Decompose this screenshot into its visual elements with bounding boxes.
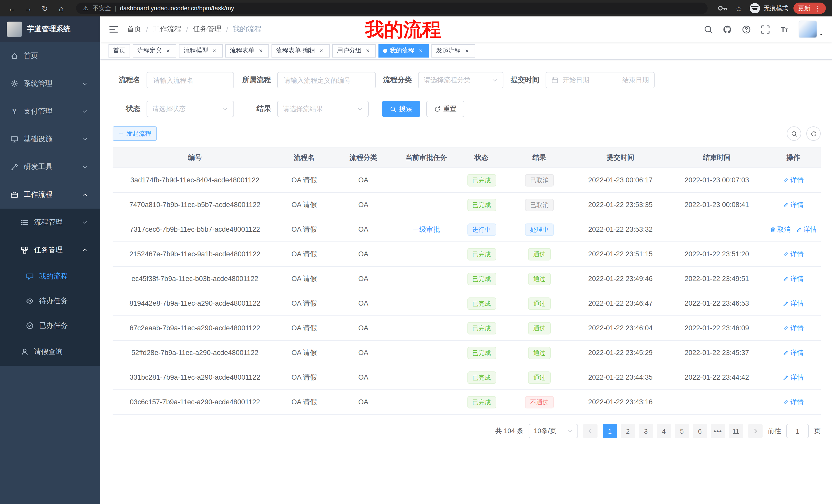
close-icon[interactable]: × — [364, 47, 371, 54]
sidebar-item-9[interactable]: 待办任务 — [0, 289, 100, 313]
prev-page-button[interactable] — [583, 424, 598, 438]
create-process-button[interactable]: 发起流程 — [113, 127, 157, 141]
sidebar-item-0[interactable]: 首页 — [0, 42, 100, 70]
browser-back-icon[interactable]: ← — [6, 3, 18, 14]
refresh-icon — [434, 106, 441, 112]
font-size-icon[interactable]: TT — [780, 24, 789, 34]
detail-link[interactable]: 详情 — [783, 397, 804, 407]
user-avatar[interactable] — [799, 21, 824, 38]
tab-流程表单[interactable]: 流程表单× — [225, 44, 269, 57]
breadcrumb-item[interactable]: 任务管理 — [193, 25, 222, 34]
page-button-4[interactable]: 4 — [657, 424, 671, 438]
close-icon[interactable]: × — [257, 47, 264, 54]
status-badge: 已完成 — [467, 174, 496, 186]
page-button-6[interactable]: 6 — [693, 424, 707, 438]
table-search-button[interactable] — [787, 127, 801, 141]
result-badge: 通过 — [528, 371, 551, 384]
refresh-icon — [810, 130, 817, 137]
header-search-icon[interactable] — [703, 24, 713, 34]
category-select[interactable]: 请选择流程分类 — [418, 72, 503, 88]
cell-submit-time: 2022-01-22 23:51:15 — [573, 242, 668, 267]
chevron-down-icon — [357, 106, 363, 112]
page-button-5[interactable]: 5 — [675, 424, 689, 438]
address-bar[interactable]: ⚠ 不安全 | dashboard.yudao.iocoder.cn/bpm/t… — [76, 3, 707, 14]
task-link[interactable]: 一级审批 — [412, 225, 440, 233]
sidebar-item-8[interactable]: 我的流程 — [0, 264, 100, 289]
incognito-badge: 无痕模式 — [750, 3, 788, 13]
submit-time-range[interactable]: 开始日期 - 结束日期 — [546, 72, 655, 88]
breadcrumb-item[interactable]: 工作流程 — [153, 25, 182, 34]
cell-actions: 详情 — [766, 267, 821, 291]
sidebar-item-4[interactable]: 研发工具 — [0, 153, 100, 181]
browser-home-icon[interactable]: ⌂ — [55, 3, 67, 14]
detail-link[interactable]: 详情 — [783, 249, 804, 259]
detail-link[interactable]: 详情 — [783, 200, 804, 209]
close-icon[interactable]: × — [211, 47, 218, 54]
page-button-2[interactable]: 2 — [621, 424, 635, 438]
browser-reload-icon[interactable]: ↻ — [39, 3, 50, 14]
sidebar-item-6[interactable]: 流程管理 — [0, 208, 100, 236]
detail-link[interactable]: 详情 — [783, 299, 804, 308]
tab-首页[interactable]: 首页 — [108, 44, 130, 57]
status-select[interactable]: 请选择状态 — [147, 101, 234, 117]
close-icon[interactable]: × — [164, 47, 172, 54]
goto-page-input[interactable] — [786, 424, 809, 438]
tab-流程模型[interactable]: 流程模型× — [179, 44, 223, 57]
process-name-input[interactable] — [147, 72, 234, 88]
page-button-1[interactable]: 1 — [603, 424, 617, 438]
help-icon[interactable] — [742, 24, 751, 34]
sidebar-item-11[interactable]: 请假查询 — [0, 338, 100, 366]
sidebar-item-3[interactable]: 基础设施 — [0, 125, 100, 153]
update-button[interactable]: 更新 ⋮ — [794, 3, 826, 14]
search-button[interactable]: 搜索 — [382, 101, 420, 117]
sidebar-item-5[interactable]: 工作流程 — [0, 181, 100, 208]
chevron-up-icon — [82, 192, 88, 198]
page-size-select[interactable]: 10条/页 — [529, 424, 578, 438]
sidebar-item-1[interactable]: 系统管理 — [0, 70, 100, 97]
reset-button[interactable]: 重置 — [426, 101, 464, 117]
key-icon[interactable] — [717, 3, 728, 14]
cell-result: 通过 — [506, 267, 573, 291]
tab-流程表单-编辑[interactable]: 流程表单-编辑× — [271, 44, 330, 57]
next-page-button[interactable] — [748, 424, 762, 438]
breadcrumb-item[interactable]: 首页 — [127, 25, 141, 34]
result-badge: 通过 — [528, 297, 551, 310]
sidebar-item-2[interactable]: ¥支付管理 — [0, 97, 100, 125]
chevron-down-icon — [82, 164, 88, 170]
tab-用户分组[interactable]: 用户分组× — [332, 44, 376, 57]
close-icon[interactable]: × — [318, 47, 325, 54]
cell-status: 已完成 — [457, 242, 506, 267]
page-button-3[interactable]: 3 — [639, 424, 653, 438]
close-icon[interactable]: × — [463, 47, 470, 54]
cell-task — [395, 267, 457, 291]
tab-我的流程[interactable]: 我的流程× — [379, 44, 429, 57]
table-refresh-button[interactable] — [806, 127, 821, 141]
sidebar-item-10[interactable]: 已办任务 — [0, 313, 100, 338]
bookmark-star-icon[interactable]: ☆ — [733, 3, 745, 14]
sidebar-item-7[interactable]: 任务管理 — [0, 236, 100, 264]
reset-button-label: 重置 — [443, 104, 457, 114]
detail-link[interactable]: 详情 — [783, 175, 804, 185]
detail-link[interactable]: 详情 — [783, 274, 804, 283]
edit-icon — [783, 202, 789, 208]
edit-icon — [783, 349, 789, 356]
page-more[interactable]: ••• — [711, 424, 725, 438]
detail-link[interactable]: 详情 — [783, 373, 804, 382]
table-toolbar: 发起流程 — [113, 127, 821, 141]
page-button-11[interactable]: 11 — [729, 424, 743, 438]
detail-link[interactable]: 详情 — [783, 348, 804, 357]
tab-发起流程[interactable]: 发起流程× — [432, 44, 475, 57]
detail-link[interactable]: 详情 — [796, 225, 817, 234]
process-def-input[interactable] — [277, 72, 376, 88]
result-select[interactable]: 请选择流结果 — [277, 101, 369, 117]
browser-forward-icon[interactable]: → — [23, 3, 34, 14]
cancel-link[interactable]: 取消 — [770, 225, 790, 234]
github-icon[interactable] — [723, 24, 732, 34]
fullscreen-icon[interactable] — [760, 24, 770, 34]
hamburger-icon[interactable] — [108, 24, 119, 34]
chevron-down-icon — [82, 81, 88, 87]
detail-link[interactable]: 详情 — [783, 324, 804, 333]
tab-流程定义[interactable]: 流程定义× — [133, 44, 176, 57]
browser-menu-icon[interactable]: ⋮ — [814, 5, 821, 12]
close-icon[interactable]: × — [417, 47, 424, 54]
